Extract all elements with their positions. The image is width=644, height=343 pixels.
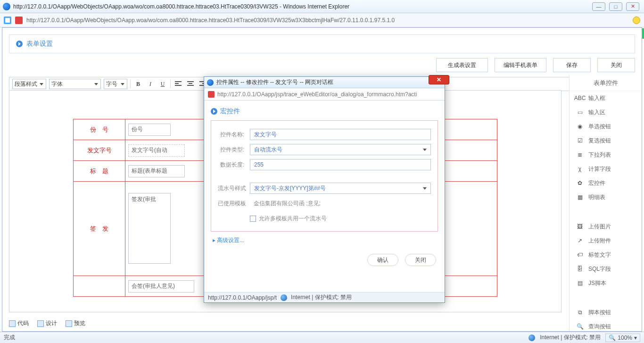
ie-titlebar: http://127.0.0.1/OAapp/WebObjects/OAapp.…	[0, 0, 644, 13]
upload-icon: 🗄	[576, 265, 584, 273]
input-data-length[interactable]: 255	[250, 159, 431, 170]
script-icon: 🔍	[576, 323, 584, 330]
textarea-qianfa[interactable]: 签发(审批	[128, 193, 171, 264]
upload-icon: ▤	[576, 279, 584, 287]
address-url[interactable]: http://127.0.0.1/OAapp/WebObjects/OAapp.…	[26, 17, 629, 24]
size-select[interactable]: 字号	[104, 79, 127, 89]
dialog-cancel-button[interactable]: 关闭	[405, 254, 436, 266]
paragraph-select[interactable]: 段落样式	[12, 79, 46, 89]
favicon-icon	[15, 17, 23, 24]
upload-label: JS脚本	[588, 279, 606, 287]
upload-label: SQL字段	[588, 265, 611, 273]
bold-button[interactable]: B	[133, 79, 143, 89]
select-control-type[interactable]: 自动流水号	[250, 144, 431, 155]
dialog-url: http://127.0.0.1/OAapp/jsp/trace_eWebEdi…	[217, 91, 417, 98]
zoom-control[interactable]: 🔍 100% ▾	[605, 334, 640, 342]
window-close-button[interactable]: ✕	[626, 2, 639, 11]
input-huiqian[interactable]: 会签(审批人意见)	[128, 280, 194, 293]
label-control-name: 控件名称:	[218, 131, 244, 139]
label-serial-style: 流水号样式	[218, 184, 244, 192]
control-item[interactable]: ▭输入区	[570, 105, 642, 119]
upload-item[interactable]: 🏷标签文字	[570, 248, 642, 262]
input-control-name[interactable]: 发文字号	[250, 129, 431, 140]
script-item[interactable]: 🔍查询按钮	[570, 319, 642, 332]
control-item[interactable]: ABC输入框	[570, 91, 642, 105]
tab-code-label: 代码	[17, 319, 29, 327]
control-label: 下拉列表	[588, 151, 611, 159]
upload-item[interactable]: ↗上传附件	[570, 234, 642, 248]
script-item[interactable]: ⧉脚本按钮	[570, 305, 642, 319]
control-item[interactable]: ▦明细表	[570, 190, 642, 204]
tab-design-label: 设计	[46, 319, 57, 327]
dialog-title: 控件属性 -- 修改控件 -- 发文字号 -- 网页对话框	[216, 78, 442, 86]
section-arrow-icon	[211, 108, 217, 115]
dialog-status-path: http://127.0.0.1/OAapp/jsp/t	[208, 294, 277, 301]
ie-logo-icon	[207, 79, 214, 86]
control-item[interactable]: ✿宏控件	[570, 176, 642, 190]
input-fenhao[interactable]: 份号	[128, 124, 171, 136]
script-label: 查询按钮	[588, 323, 611, 331]
control-label: 单选按钮	[588, 123, 611, 131]
control-item[interactable]: ☑复选按钮	[570, 134, 642, 148]
select-serial-style[interactable]: 发文字号-京发[YYYY]第##号	[250, 183, 431, 194]
upload-icon: 🖼	[576, 223, 584, 230]
control-icon: ≣	[576, 151, 584, 159]
edit-mobile-button[interactable]: 编辑手机表单	[495, 58, 546, 72]
label-qianfa: 签 发	[74, 182, 125, 276]
security-shield-icon[interactable]	[4, 17, 11, 24]
internet-zone-icon	[281, 294, 287, 301]
upload-item[interactable]: 🗄SQL字段	[570, 262, 642, 276]
advanced-settings-link[interactable]: ▸ 高级设置...	[213, 236, 436, 244]
upload-label: 标签文字	[588, 251, 611, 259]
dialog-close-button[interactable]: ✕	[429, 75, 449, 84]
control-item[interactable]: χ计算字段	[570, 162, 642, 176]
control-icon: ▭	[576, 109, 584, 116]
control-icon: ✿	[576, 179, 584, 187]
tab-design-icon	[37, 320, 44, 327]
control-item[interactable]: ◉单选按钮	[570, 119, 642, 134]
checkbox-box-icon	[250, 216, 256, 222]
tab-design[interactable]: 设计	[37, 319, 57, 327]
input-biaoti[interactable]: 标题(表单标题	[128, 165, 185, 177]
favicon-icon	[208, 91, 215, 98]
control-icon: ◉	[576, 123, 584, 130]
font-select[interactable]: 字体	[49, 79, 101, 89]
upload-item[interactable]: 🖼上传图片	[570, 219, 642, 234]
window-maximize-button[interactable]: □	[609, 2, 622, 11]
upload-icon: 🏷	[576, 251, 584, 259]
gen-table-button[interactable]: 生成表设置	[436, 58, 488, 72]
upload-icon: ↗	[576, 237, 584, 244]
dialog-section-title: 宏控件	[220, 107, 240, 116]
close-button[interactable]: 关闭	[597, 58, 635, 72]
control-item[interactable]: ≣下拉列表	[570, 148, 642, 162]
checkbox-label: 允许多模板共用一个流水号	[259, 215, 327, 223]
dialog-titlebar[interactable]: 控件属性 -- 修改控件 -- 发文字号 -- 网页对话框	[204, 77, 445, 88]
align-left-button[interactable]	[173, 79, 183, 89]
control-icon: ☑	[576, 137, 584, 144]
dialog-section-header: 宏控件	[211, 107, 438, 116]
tab-preview[interactable]: 预览	[66, 319, 85, 327]
control-label: 宏控件	[588, 179, 605, 187]
page-header: 表单设置	[9, 34, 635, 53]
italic-button[interactable]: I	[146, 79, 155, 89]
input-fawen[interactable]: 发文字号(自动	[128, 144, 185, 157]
window-minimize-button[interactable]: —	[592, 2, 605, 11]
dialog-address-bar: http://127.0.0.1/OAapp/jsp/trace_eWebEdi…	[204, 88, 445, 100]
upload-item[interactable]: ▤JS脚本	[570, 276, 642, 290]
compat-view-icon[interactable]	[633, 17, 640, 24]
dialog-ok-button[interactable]: 确认	[367, 254, 398, 266]
toolbar-sep	[170, 80, 171, 88]
section-arrow-icon	[16, 41, 23, 47]
page-title: 表单设置	[26, 40, 53, 48]
save-button[interactable]: 保存	[553, 58, 591, 72]
tab-code[interactable]: 代码	[9, 319, 29, 327]
underline-button[interactable]: U	[158, 79, 167, 89]
checkbox-share-serial[interactable]: 允许多模板共用一个流水号	[250, 215, 327, 223]
dialog-status-security: Internet | 保护模式: 禁用	[291, 293, 352, 301]
align-center-button[interactable]	[186, 79, 195, 89]
dialog-body: 宏控件 控件名称: 发文字号 控件类型: 自动流水号 数据长度: 255 流水号…	[204, 100, 445, 271]
script-label: 脚本按钮	[588, 309, 611, 317]
toolbar-sep	[130, 80, 131, 88]
label-data-length: 数据长度:	[218, 161, 244, 169]
dialog-field-box: 控件名称: 发文字号 控件类型: 自动流水号 数据长度: 255 流水号样式 发…	[211, 120, 438, 232]
